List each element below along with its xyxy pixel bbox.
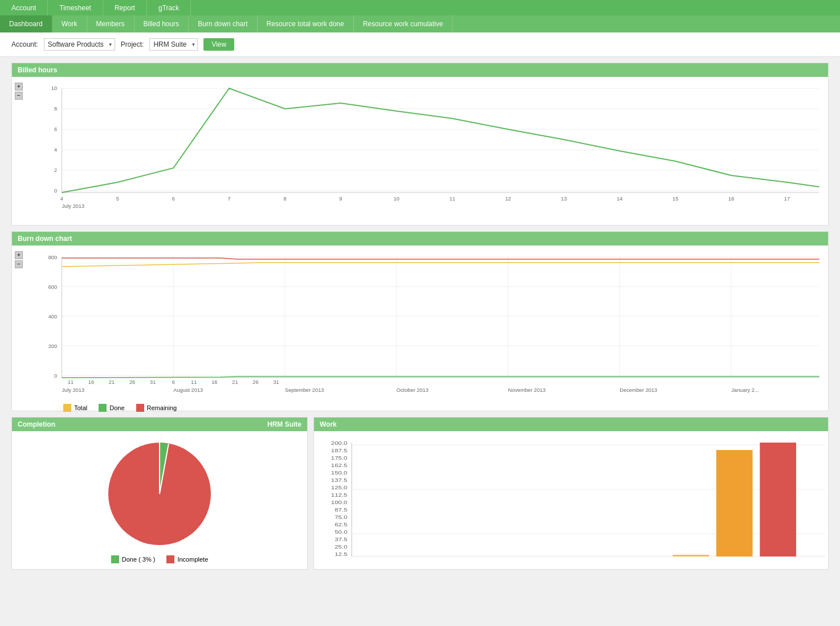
- svg-text:162.5: 162.5: [331, 463, 348, 468]
- svg-text:87.5: 87.5: [335, 507, 348, 513]
- svg-text:150.0: 150.0: [331, 470, 348, 476]
- total-line: [62, 263, 819, 267]
- svg-text:6: 6: [172, 379, 175, 385]
- burn-zoom-out-button[interactable]: −: [15, 260, 23, 268]
- legend-remaining-color: [136, 404, 144, 412]
- svg-text:62.5: 62.5: [335, 522, 348, 527]
- svg-text:75.0: 75.0: [335, 514, 348, 520]
- svg-text:16: 16: [728, 196, 734, 202]
- subnav-billed-hours[interactable]: Billed hours: [134, 15, 189, 32]
- main-content: Billed hours + − 10 8 6 4 2 0: [0, 57, 840, 575]
- zoom-in-button[interactable]: +: [15, 83, 23, 91]
- nav-gtrack[interactable]: gTrack: [147, 0, 191, 15]
- svg-text:July 2013: July 2013: [62, 387, 84, 393]
- svg-text:6: 6: [172, 196, 175, 202]
- svg-text:12: 12: [505, 196, 511, 202]
- project-select[interactable]: HRM Suite: [149, 38, 198, 51]
- svg-text:October 2013: October 2013: [397, 387, 429, 393]
- account-select-wrapper: Software Products: [44, 38, 115, 51]
- legend-incomplete-color: [166, 555, 174, 563]
- subnav-resource-cumulative[interactable]: Resource work cumulative: [354, 15, 453, 32]
- project-label: Project:: [121, 40, 144, 48]
- billed-hours-line: [62, 88, 819, 193]
- legend-done-label: Done: [109, 404, 124, 411]
- legend-incomplete-label: Incomplete: [177, 556, 208, 563]
- completion-panel: Completion HRM Suite: [11, 417, 308, 570]
- svg-text:21: 21: [109, 379, 115, 385]
- subnav-work[interactable]: Work: [52, 15, 87, 32]
- svg-text:137.5: 137.5: [331, 477, 348, 483]
- svg-text:15: 15: [672, 196, 678, 202]
- burn-down-panel: Burn down chart + − 800 600 400 200 0: [11, 231, 829, 411]
- svg-text:200.0: 200.0: [331, 440, 348, 446]
- legend-done: Done: [99, 404, 124, 412]
- work-bar-yellow: [672, 555, 709, 557]
- legend-total: Total: [63, 404, 87, 412]
- nav-account[interactable]: Account: [0, 0, 48, 15]
- subnav-burn-down-chart[interactable]: Burn down chart: [189, 15, 257, 32]
- remaining-line: [62, 258, 819, 259]
- billed-hours-zoom: + −: [15, 83, 23, 100]
- billed-hours-panel: Billed hours + − 10 8 6 4 2 0: [11, 63, 829, 226]
- burn-down-header: Burn down chart: [12, 232, 828, 246]
- nav-timesheet[interactable]: Timesheet: [48, 0, 103, 15]
- completion-subtitle: HRM Suite: [267, 420, 301, 428]
- svg-text:6: 6: [54, 126, 57, 132]
- svg-text:17: 17: [784, 196, 790, 202]
- work-body: 200.0 187.5 175.0 162.5 150.0 137.5 125.…: [314, 431, 828, 562]
- svg-text:0: 0: [54, 373, 57, 379]
- burn-zoom-in-button[interactable]: +: [15, 251, 23, 259]
- svg-text:2: 2: [54, 167, 57, 173]
- billed-hours-body: + − 10 8 6 4 2 0: [12, 77, 828, 225]
- completion-header: Completion HRM Suite: [12, 418, 307, 431]
- burn-down-zoom: + −: [15, 251, 23, 268]
- completion-title: Completion: [18, 420, 55, 428]
- svg-text:13: 13: [561, 196, 566, 202]
- svg-text:5: 5: [116, 196, 119, 202]
- sub-navigation: Dashboard Work Members Billed hours Burn…: [0, 15, 840, 32]
- pie-container: Done ( 3% ) Incomplete: [12, 431, 307, 569]
- work-panel: Work 200.0 187.5 175.0 162.5 150.0 137.5…: [313, 417, 829, 570]
- work-bar-orange: [716, 450, 753, 557]
- svg-text:600: 600: [48, 284, 57, 290]
- burn-down-body: + − 800 600 400 200 0: [12, 246, 828, 411]
- svg-text:187.5: 187.5: [331, 448, 348, 453]
- zoom-out-button[interactable]: −: [15, 92, 23, 100]
- svg-text:4: 4: [60, 196, 63, 202]
- view-button[interactable]: View: [203, 38, 234, 51]
- filter-bar: Account: Software Products Project: HRM …: [0, 32, 840, 57]
- billed-hours-header: Billed hours: [12, 63, 828, 77]
- svg-text:16: 16: [211, 379, 217, 385]
- account-select[interactable]: Software Products: [44, 38, 115, 51]
- work-header: Work: [314, 418, 828, 431]
- svg-text:100.0: 100.0: [331, 500, 348, 505]
- work-bar-red: [760, 443, 796, 557]
- svg-text:4: 4: [54, 147, 57, 153]
- svg-text:7: 7: [228, 196, 231, 202]
- svg-text:31: 31: [150, 379, 156, 385]
- svg-text:November 2013: November 2013: [508, 387, 546, 393]
- legend-remaining: Remaining: [136, 404, 177, 412]
- burn-down-svg: 800 600 400 200 0 11 16 21 26: [15, 251, 825, 399]
- nav-report[interactable]: Report: [103, 0, 147, 15]
- svg-text:14: 14: [617, 196, 622, 202]
- svg-text:26: 26: [129, 379, 135, 385]
- svg-text:26: 26: [252, 379, 258, 385]
- legend-done-color: [99, 404, 107, 412]
- legend-done-completion: Done ( 3% ): [111, 555, 156, 563]
- svg-text:December 2013: December 2013: [619, 387, 657, 393]
- subnav-resource-total[interactable]: Resource total work done: [258, 15, 354, 32]
- subnav-members[interactable]: Members: [87, 15, 134, 32]
- svg-text:8: 8: [283, 196, 286, 202]
- top-navigation: Account Timesheet Report gTrack: [0, 0, 840, 15]
- work-svg: 200.0 187.5 175.0 162.5 150.0 137.5 125.…: [317, 437, 825, 557]
- svg-text:800: 800: [48, 255, 57, 260]
- bottom-panels: Completion HRM Suite: [11, 417, 829, 570]
- legend-remaining-label: Remaining: [147, 404, 177, 411]
- svg-text:125.0: 125.0: [331, 485, 348, 490]
- svg-text:21: 21: [232, 379, 238, 385]
- legend-done-comp-label: Done ( 3% ): [122, 556, 156, 563]
- subnav-dashboard[interactable]: Dashboard: [0, 15, 52, 32]
- svg-text:11: 11: [450, 196, 455, 202]
- svg-text:September 2013: September 2013: [285, 387, 324, 393]
